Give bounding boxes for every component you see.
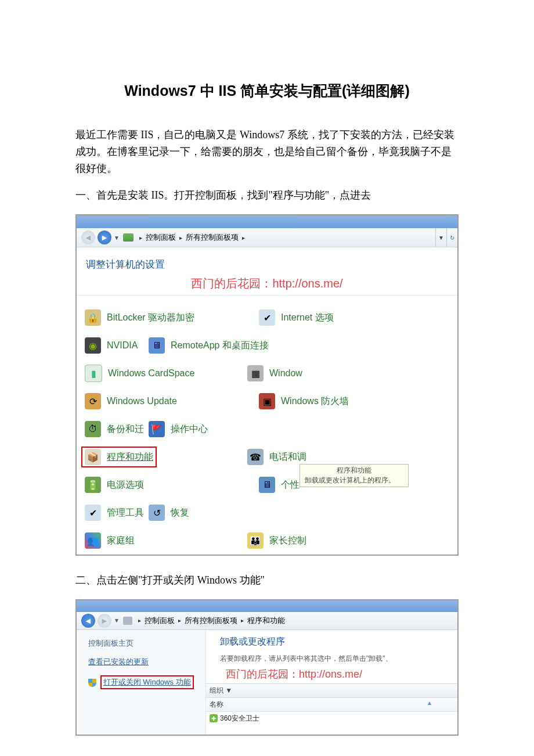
screenshot-control-panel: ◄ ► ▼ ▸ 控制面板 ▸ 所有控制面板项 ▸ ▼ ↻ 调整计算机的设置 西门… [75, 214, 459, 556]
app-icon: ✚ [210, 714, 218, 722]
cp-item-internet[interactable]: ✔ Internet 选项 [259, 304, 421, 332]
breadcrumb: ▸ 控制面板 ▸ 所有控制面板项 ▸ [123, 232, 248, 243]
cp-item-homegroup[interactable]: 👥 家庭组 [85, 527, 247, 555]
programs-icon [123, 617, 132, 625]
cp-item-remoteapp[interactable]: 🖥 RemoteApp 和桌面连接 [149, 332, 323, 359]
homegroup-icon: 👥 [85, 532, 101, 549]
cardspace-icon: ▮ [85, 365, 102, 382]
nav-history-dropdown[interactable]: ▼ [114, 617, 120, 624]
chevron-right-icon: ▸ [242, 235, 245, 241]
cp-item-windows[interactable]: ▦ Window [247, 359, 311, 387]
breadcrumb-item[interactable]: 所有控制面板项 [186, 232, 239, 243]
shield-icon [88, 679, 96, 687]
programs-icon: 📦 [85, 449, 101, 465]
remoteapp-icon: 🖥 [149, 337, 165, 354]
nav-back-button[interactable]: ◄ [81, 614, 95, 628]
sidebar-home[interactable]: 控制面板主页 [88, 638, 205, 649]
main-title: 卸载或更改程序 [220, 636, 457, 648]
nav-back-button[interactable]: ◄ [81, 231, 95, 244]
chevron-right-icon: ▸ [179, 235, 182, 241]
address-dropdown[interactable]: ▼ [435, 228, 446, 247]
cp-item-backup[interactable]: ⏱ 备份和迁 [85, 415, 149, 443]
chevron-right-icon: ▸ [139, 235, 142, 241]
programs-tooltip: 程序和功能 卸载或更改计算机上的程序。 [300, 464, 409, 487]
cp-item-parental[interactable]: 👪 家长控制 [247, 527, 311, 555]
document-title: Windows7 中 IIS 简单安装与配置(详细图解) [75, 81, 459, 100]
windowsupdate-icon: ⟳ [85, 393, 101, 409]
column-name: 名称 [210, 700, 223, 708]
sidebar-view-updates[interactable]: 查看已安装的更新 [88, 657, 205, 667]
grid-icon: ▦ [247, 365, 264, 381]
chevron-right-icon: ▸ [241, 617, 244, 624]
breadcrumb-item[interactable]: 控制面板 [145, 615, 175, 626]
nvidia-icon: ◉ [85, 337, 101, 354]
window-titlebar [77, 600, 457, 612]
breadcrumb-item[interactable]: 所有控制面板项 [185, 615, 237, 626]
breadcrumb-item[interactable]: 程序和功能 [247, 615, 285, 626]
cp-item-actioncenter[interactable]: 🚩 操作中心 [149, 415, 323, 443]
step-2-heading: 二、点击左侧"打开或关闭 Windows 功能" [75, 572, 459, 589]
firewall-icon: ▣ [259, 393, 275, 409]
parental-icon: 👪 [247, 532, 264, 549]
cp-item-winupdate[interactable]: ⟳ Windows Update [85, 387, 259, 415]
main-subtitle: 若要卸载程序，请从列表中将其选中，然后单击"卸载"、 [220, 654, 457, 664]
watermark-text: 西门的后花园：http://ons.me/ [226, 667, 457, 681]
cp-item-cardspace[interactable]: ▮ Windows CardSpace [85, 359, 247, 387]
chevron-right-icon: ▸ [178, 617, 181, 624]
cp-item-nvidia[interactable]: ◉ NVIDIA [85, 332, 149, 359]
cp-item-recovery[interactable]: ↺ 恢复 [149, 499, 323, 527]
list-item[interactable]: ✚ 360安全卫士 [206, 712, 457, 724]
internet-icon: ✔ [259, 309, 275, 326]
step-1-heading: 一、首先是安装 IIS。打开控制面板，找到"程序与功能"，点进去 [75, 187, 459, 204]
chevron-right-icon: ▸ [138, 617, 141, 624]
control-panel-icon [123, 233, 134, 242]
backup-icon: ⏱ [85, 421, 101, 437]
cp-item-firewall[interactable]: ▣ Windows 防火墙 [259, 387, 421, 415]
highlight-box: 📦 程序和功能 [81, 447, 157, 467]
cp-item-personalize[interactable]: 🖥 个性 程序和功能 卸载或更改计算机上的程序。 [259, 471, 421, 499]
sort-indicator-icon: ▲ [427, 700, 432, 706]
breadcrumb-item[interactable]: 控制面板 [146, 232, 176, 243]
admintools-icon: ✔ [85, 505, 101, 521]
address-bar: ◄ ► ▼ ▸ 控制面板 ▸ 所有控制面板项 ▸ 程序和功能 [77, 612, 457, 630]
nav-forward-button[interactable]: ► [98, 231, 111, 244]
cp-item-programs[interactable]: 📦 程序和功能 [85, 443, 247, 471]
intro-paragraph: 最近工作需要 IIS，自己的电脑又是 Windows7 系统，找了下安装的方法，… [75, 127, 459, 177]
refresh-icon[interactable]: ↻ [446, 228, 457, 247]
phone-icon: ☎ [247, 449, 264, 465]
actioncenter-icon: 🚩 [149, 421, 165, 437]
nav-history-dropdown[interactable]: ▼ [114, 235, 120, 241]
panel-heading: 调整计算机的设置 [77, 247, 457, 271]
organize-toolbar[interactable]: 组织 ▼ [206, 683, 457, 698]
power-icon: 🔋 [85, 477, 101, 493]
list-header[interactable]: 名称 ▲ [206, 698, 457, 712]
screenshot-programs-features: ◄ ► ▼ ▸ 控制面板 ▸ 所有控制面板项 ▸ 程序和功能 控制面板主页 查看… [75, 599, 459, 736]
cp-item-power[interactable]: 🔋 电源选项 [85, 471, 259, 499]
watermark-text: 西门的后花园：http://ons.me/ [77, 276, 457, 296]
bitlocker-icon: 🔒 [85, 309, 101, 326]
cp-item-admintools[interactable]: ✔ 管理工具 [85, 499, 149, 527]
personalize-icon: 🖥 [259, 477, 275, 493]
breadcrumb: ▸ 控制面板 ▸ 所有控制面板项 ▸ 程序和功能 [123, 615, 285, 626]
window-titlebar [77, 215, 457, 228]
main-pane: 卸载或更改程序 若要卸载程序，请从列表中将其选中，然后单击"卸载"、 西门的后花… [205, 630, 457, 735]
recovery-icon: ↺ [149, 505, 165, 521]
nav-forward-button[interactable]: ► [98, 614, 111, 628]
sidebar-windows-features[interactable]: 打开或关闭 Windows 功能 [88, 675, 205, 697]
sidebar: 控制面板主页 查看已安装的更新 打开或关闭 Windows 功能 [77, 630, 205, 735]
control-panel-grid: 🔒 BitLocker 驱动器加密 ✔ Internet 选项 ◉ NVIDIA… [77, 304, 457, 555]
address-bar: ◄ ► ▼ ▸ 控制面板 ▸ 所有控制面板项 ▸ ▼ ↻ [77, 228, 457, 247]
cp-item-bitlocker[interactable]: 🔒 BitLocker 驱动器加密 [85, 304, 259, 332]
